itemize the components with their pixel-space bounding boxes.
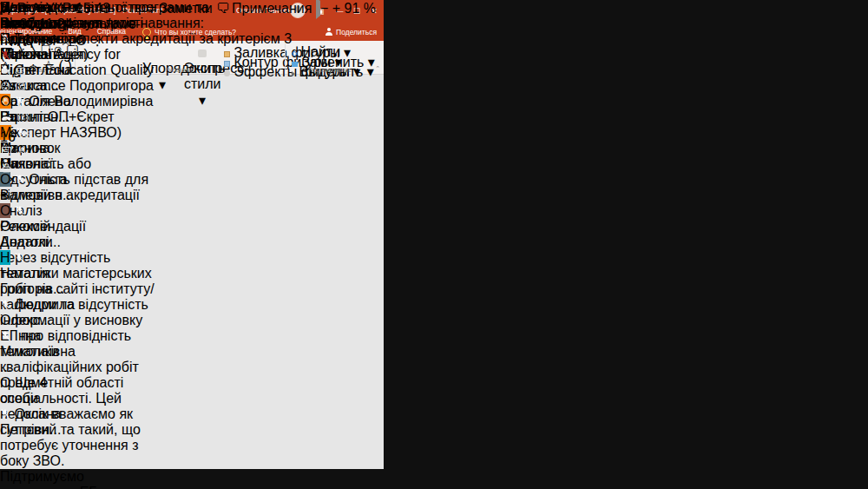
- participant-name: Інна Миколаївна ...: [0, 328, 76, 374]
- zoom-in-button[interactable]: +: [332, 1, 340, 16]
- word-icon: W: [0, 1, 13, 16]
- participant-tile[interactable]: Людмила Олекс...: [0, 297, 76, 328]
- chat-button[interactable]: [0, 146, 16, 161]
- camera-button[interactable]: [0, 64, 15, 79]
- activities-button[interactable]: [16, 146, 30, 161]
- meeting-details-button[interactable]: [16, 112, 30, 127]
- participants-button[interactable]: 16: [0, 129, 33, 144]
- group-label-editing: Редактирование: [286, 67, 373, 73]
- participant-tile[interactable]: О Олексій Анатолі...: [0, 203, 76, 250]
- raise-hand-button[interactable]: [0, 96, 15, 110]
- camera-options-chevron-icon[interactable]: ⌃: [15, 49, 26, 63]
- share-person-icon: [325, 28, 332, 36]
- collapse-ribbon-icon[interactable]: ⌃: [375, 65, 380, 72]
- participant-tile[interactable]: Оксана Петрівн...: [0, 406, 76, 438]
- notes-button[interactable]: ≑Заметки: [146, 1, 216, 16]
- mic-muted-icon: [0, 328, 10, 343]
- taskbar-powerpoint[interactable]: P: [17, 1, 26, 16]
- language-indicator[interactable]: УКР: [45, 1, 71, 16]
- mic-muted-icon: [15, 203, 25, 218]
- reactions-button[interactable]: [0, 80, 15, 95]
- taskbar-word[interactable]: W: [0, 1, 13, 16]
- participant-initial: Н: [0, 250, 10, 265]
- mic-muted-button[interactable]: [0, 49, 15, 63]
- mic-muted-icon: [0, 406, 10, 421]
- tray-expand-icon[interactable]: ⌃: [30, 1, 41, 16]
- quick-styles-icon: [198, 50, 207, 57]
- participant-name: Олексій Анатолі...: [0, 219, 61, 249]
- quick-styles-button[interactable]: Экспресс- стили ▾: [184, 45, 220, 109]
- more-participants-tile[interactable]: О Ще 4 особи: [0, 375, 76, 406]
- taskbar: W P ⌃ УКР 15:43Чт 07.11.24: [0, 0, 110, 32]
- participant-name: Людмила Олекс...: [0, 297, 75, 327]
- mic-muted-icon: [14, 250, 24, 265]
- more-options-button[interactable]: [15, 96, 26, 110]
- participant-name: Наталія Григорів...: [0, 266, 64, 296]
- present-button[interactable]: [15, 80, 26, 95]
- participant-tile[interactable]: Інна Миколаївна ...: [0, 328, 76, 375]
- mic-muted-icon: [0, 297, 10, 312]
- zoom-out-button[interactable]: −: [320, 1, 328, 16]
- screen: Критерій 3[Compatibility Mode] - PowerPo…: [0, 0, 868, 489]
- ribbon-separator: [285, 43, 286, 71]
- captions-button[interactable]: [15, 64, 26, 79]
- participant-tile[interactable]: Н Наталія Григорів...: [0, 250, 76, 297]
- mic-options-chevron-icon[interactable]: ⌃: [22, 32, 33, 47]
- end-call-button[interactable]: [0, 112, 16, 127]
- share-button[interactable]: Поделиться: [325, 23, 377, 41]
- more-participants-avatars: О: [0, 375, 15, 390]
- comments-button[interactable]: 🗨Примечания: [216, 1, 316, 16]
- participants-count-badge: 16: [0, 129, 16, 144]
- participant-initial: О: [0, 203, 10, 218]
- powerpoint-icon: P: [17, 1, 26, 16]
- host-controls-button[interactable]: [0, 162, 13, 177]
- zoom-level[interactable]: 91 %: [344, 1, 375, 16]
